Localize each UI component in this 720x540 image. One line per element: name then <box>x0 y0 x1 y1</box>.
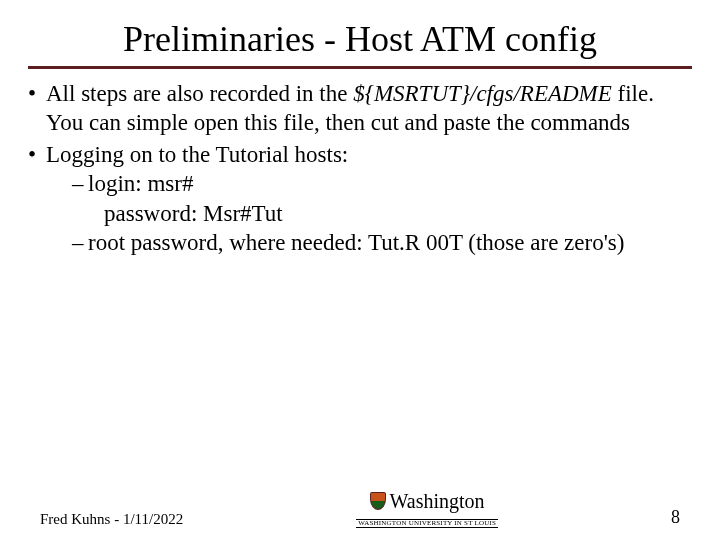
sub-2: root password, where needed: Tut.R 00T (… <box>72 228 692 257</box>
bullet-1-path: ${MSRTUT}/cfgs/README <box>353 81 612 106</box>
sublist: login: msr# password: Msr#Tut root passw… <box>46 169 692 257</box>
sub-1: login: msr# password: Msr#Tut <box>72 169 692 228</box>
bullet-1-text-a: All steps are also recorded in the <box>46 81 353 106</box>
title-rule <box>28 66 692 69</box>
bullet-1: All steps are also recorded in the ${MSR… <box>28 79 692 138</box>
slide-title: Preliminaries - Host ATM config <box>28 18 692 60</box>
footer-author-date: Fred Kuhns - 1/11/2022 <box>40 511 183 528</box>
footer: Fred Kuhns - 1/11/2022 Washington WASHIN… <box>0 491 720 528</box>
slide-body: All steps are also recorded in the ${MSR… <box>28 79 692 258</box>
page-number: 8 <box>671 507 680 528</box>
university-name: Washington <box>390 491 485 511</box>
bullet-2: Logging on to the Tutorial hosts: login:… <box>28 140 692 258</box>
slide: Preliminaries - Host ATM config All step… <box>0 0 720 540</box>
sub-1-line2: password: Msr#Tut <box>88 199 692 228</box>
bullet-2-text: Logging on to the Tutorial hosts: <box>46 142 348 167</box>
footer-university: Washington WASHINGTON UNIVERSITY IN ST L… <box>356 491 498 528</box>
university-subline: WASHINGTON UNIVERSITY IN ST LOUIS <box>356 519 498 528</box>
sub-2-text: root password, where needed: Tut.R 00T (… <box>88 230 624 255</box>
bullet-list: All steps are also recorded in the ${MSR… <box>28 79 692 258</box>
shield-icon <box>370 492 386 510</box>
sub-1-line1: login: msr# <box>88 171 193 196</box>
